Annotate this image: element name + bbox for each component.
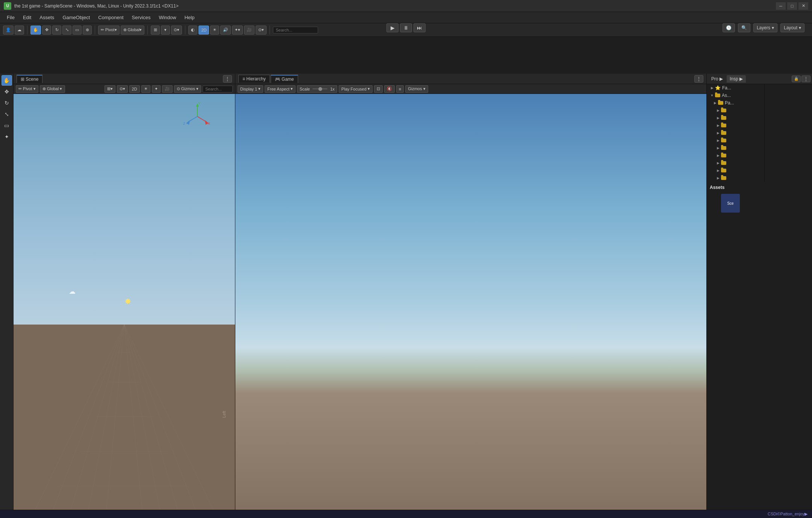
- left-tool-panel: ✋ ✥ ↻ ⤡ ▭ ✦: [0, 74, 14, 518]
- game-mute-btn[interactable]: 🔇: [384, 85, 395, 93]
- maximize-button[interactable]: □: [787, 2, 797, 10]
- rect-tool[interactable]: ▭: [73, 26, 82, 35]
- tab-pro[interactable]: Pro ▶: [708, 75, 726, 83]
- scene-gizmos-btn[interactable]: ⊙ Gizmos ▾: [174, 85, 201, 93]
- minimize-button[interactable]: ─: [776, 2, 786, 10]
- menu-component[interactable]: Component: [94, 14, 127, 21]
- shading-button[interactable]: ◐: [188, 26, 197, 35]
- assets-root-item[interactable]: ▼ As...: [707, 92, 764, 99]
- menu-file[interactable]: File: [3, 14, 18, 21]
- custom-tool[interactable]: ✦: [2, 131, 12, 142]
- favorites-item[interactable]: ▶ ⭐ Fa...: [707, 84, 764, 92]
- game-stats-btn[interactable]: ≡: [396, 85, 404, 93]
- fx-button[interactable]: ✦▾: [232, 26, 243, 35]
- pivot-button[interactable]: ✏ Pivot ▾: [98, 26, 120, 35]
- scene-tab[interactable]: ⊞ Scene: [17, 75, 42, 83]
- game-scale-value: 1x: [330, 87, 335, 91]
- sf4-arrow: ▶: [716, 131, 720, 135]
- close-button[interactable]: ✕: [798, 2, 808, 10]
- shading-group: ◐ 2D ☀ 🔊 ✦▾ 🎥 ⊙▾: [188, 26, 270, 35]
- scene-menu-button[interactable]: ⋮: [223, 75, 232, 83]
- scene-snap-btn[interactable]: ⊙▾: [117, 85, 128, 93]
- scene-fx-btn[interactable]: ✦: [152, 85, 161, 93]
- rotate-tool[interactable]: ↻: [52, 26, 61, 35]
- svg-line-3: [80, 325, 124, 518]
- subfolder-6[interactable]: ▶: [707, 144, 764, 152]
- subfolder-5[interactable]: ▶: [707, 137, 764, 144]
- account-button[interactable]: 👤: [3, 26, 14, 35]
- right-content: ▶ ⭐ Fa... ▼ As... ▶ Pa... ▶: [707, 84, 812, 518]
- history-button[interactable]: 🕓: [723, 23, 735, 32]
- svg-line-9: [124, 325, 235, 518]
- snap-settings[interactable]: ⊙▾: [171, 26, 182, 35]
- scene-asset[interactable]: Sce: [719, 193, 742, 213]
- scene-2d-btn[interactable]: 2D: [129, 85, 140, 93]
- snap-button[interactable]: ▾: [161, 26, 170, 35]
- game-gizmos-btn[interactable]: Gizmos ▾: [405, 85, 428, 93]
- grid-button[interactable]: ⊞: [151, 26, 160, 35]
- scene-global-btn[interactable]: ⊕ Global ▾: [40, 85, 65, 93]
- subfolder-4[interactable]: ▶: [707, 129, 764, 137]
- scene-search[interactable]: [203, 86, 233, 92]
- scene-pivot-btn[interactable]: ✏ Pivot ▾: [16, 85, 38, 93]
- subfolder-9[interactable]: ▶: [707, 167, 764, 174]
- scale-tool-left[interactable]: ⤡: [2, 109, 12, 119]
- step-button[interactable]: ⏭: [414, 23, 426, 32]
- transform-all-tool[interactable]: ⊕: [83, 26, 92, 35]
- game-menu-button[interactable]: ⋮: [694, 75, 703, 83]
- hand-tool-left[interactable]: ✋: [2, 75, 12, 86]
- hierarchy-tab[interactable]: ≡ Hierarchy: [238, 75, 270, 83]
- sf3-arrow: ▶: [716, 123, 720, 128]
- scale-tool[interactable]: ⤡: [62, 26, 71, 35]
- move-tool[interactable]: ✥: [42, 26, 51, 35]
- cloud-button[interactable]: ☁: [15, 26, 24, 35]
- subfolder-1[interactable]: ▶: [707, 107, 764, 114]
- scene-cam-btn[interactable]: 🎥: [162, 85, 173, 93]
- subfolder-3[interactable]: ▶: [707, 122, 764, 129]
- menu-help[interactable]: Help: [181, 14, 198, 21]
- game-display-dropdown[interactable]: Display 1 ▾: [238, 85, 263, 93]
- svg-line-7: [124, 325, 191, 518]
- move-tool-left[interactable]: ✥: [2, 86, 12, 97]
- menu-services[interactable]: Services: [128, 14, 155, 21]
- tab-inspector[interactable]: Insp ▶: [727, 75, 746, 83]
- search-button[interactable]: 🔍: [738, 23, 750, 32]
- audio-button[interactable]: 🔊: [220, 26, 231, 35]
- search-input[interactable]: [273, 27, 318, 33]
- menu-window[interactable]: Window: [155, 14, 180, 21]
- packages-item[interactable]: ▶ Pa...: [707, 99, 764, 107]
- global-button[interactable]: ⊕ Global ▾: [121, 26, 145, 35]
- scene-cam-button[interactable]: 🎥: [244, 26, 255, 35]
- menu-edit[interactable]: Edit: [19, 14, 35, 21]
- rotate-tool-left[interactable]: ↻: [2, 98, 12, 108]
- layers-dropdown[interactable]: Layers ▾: [753, 23, 777, 32]
- lighting-button[interactable]: ☀: [210, 26, 219, 35]
- sf7-icon: [721, 154, 726, 157]
- hand-tool[interactable]: ✋: [30, 26, 41, 35]
- svg-text:Y: Y: [198, 101, 200, 105]
- gizmos-button[interactable]: ⊙▾: [256, 26, 267, 35]
- menu-gameobject[interactable]: GameObject: [59, 14, 94, 21]
- scene-toolbar: ✏ Pivot ▾ ⊕ Global ▾ ⊞▾ ⊙▾ 2D ☀ ✦ 🎥 ⊙ Gi…: [14, 84, 235, 94]
- scene-light-btn[interactable]: ☀: [141, 85, 150, 93]
- subfolder-8[interactable]: ▶: [707, 159, 764, 167]
- menu-assets[interactable]: Assets: [36, 14, 58, 21]
- svg-line-6: [124, 325, 169, 518]
- game-maximize-btn[interactable]: ⊡: [374, 85, 383, 93]
- subfolder-10[interactable]: ▶: [707, 174, 764, 182]
- subfolder-7[interactable]: ▶: [707, 152, 764, 159]
- subfolder-2[interactable]: ▶: [707, 114, 764, 122]
- right-more-button[interactable]: ⋮: [801, 76, 810, 82]
- rect-tool-left[interactable]: ▭: [2, 120, 12, 131]
- two-d-button[interactable]: 2D: [198, 26, 209, 35]
- game-scale-control[interactable]: Scale 1x: [297, 85, 337, 93]
- play-button[interactable]: ▶: [386, 23, 398, 32]
- game-aspect-dropdown[interactable]: Free Aspect ▾: [265, 85, 295, 93]
- favorites-label: Fa...: [722, 85, 731, 91]
- play-focused-dropdown[interactable]: Play Focused ▾: [339, 85, 373, 93]
- layout-dropdown[interactable]: Layout ▾: [780, 23, 804, 32]
- pause-button[interactable]: ⏸: [400, 23, 412, 32]
- game-tab[interactable]: 🎮 Game: [271, 75, 298, 83]
- scene-vert-snap[interactable]: ⊞▾: [105, 85, 115, 93]
- right-lock-button[interactable]: 🔒: [792, 76, 801, 82]
